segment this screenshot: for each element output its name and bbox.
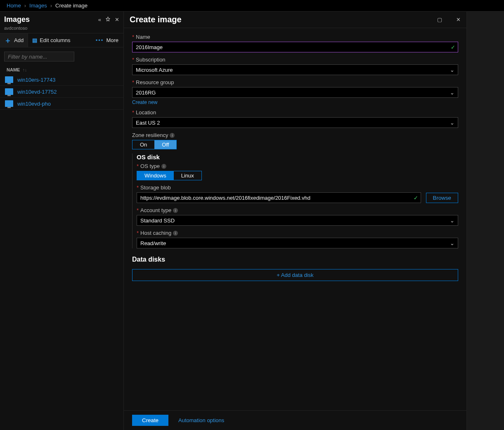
chevron-right-icon: › [24, 2, 26, 9]
more-button[interactable]: ••• More [91, 33, 123, 47]
create-image-title: Create image [130, 15, 437, 24]
create-image-blade: Create image ▢ ✕ *Name 2016Image ✓ [124, 12, 467, 430]
name-input[interactable]: 2016Image ✓ [132, 42, 458, 52]
right-gutter [467, 12, 504, 430]
pin-icon[interactable] [105, 17, 111, 23]
name-label: Name [136, 34, 150, 40]
columns-icon: ▤ [32, 37, 37, 43]
images-list: win10ers-17743 win10evd-17752 win10evd-p… [0, 74, 123, 110]
info-icon[interactable]: i [173, 231, 178, 236]
breadcrumb: Home › Images › Create image [0, 0, 504, 12]
image-icon [5, 76, 13, 83]
footer-bar: Create Automation options [124, 410, 466, 430]
maximize-icon[interactable]: ▢ [437, 17, 442, 23]
chevron-down-icon: ⌄ [450, 120, 454, 126]
data-disks-heading: Data disks [132, 256, 458, 263]
more-label: More [106, 37, 118, 43]
os-windows-option[interactable]: Windows [137, 171, 174, 180]
sort-icon: ↑↓ [22, 67, 27, 72]
browse-button[interactable]: Browse [426, 193, 458, 203]
chevron-down-icon: ⌄ [450, 67, 454, 73]
chevron-right-icon: › [50, 2, 52, 9]
account-type-label: Account type [140, 207, 171, 213]
subscription-dropdown[interactable]: Microsoft Azure ⌄ [132, 64, 458, 75]
host-caching-dropdown[interactable]: Read/write ⌄ [137, 238, 458, 248]
info-icon[interactable]: i [161, 164, 166, 169]
subscription-label: Subscription [136, 57, 166, 63]
chevron-down-icon: ⌄ [450, 217, 454, 224]
os-disk-heading: OS disk [137, 154, 458, 161]
zone-off-option[interactable]: Off [154, 140, 176, 149]
resource-group-label: Resource group [136, 79, 174, 85]
check-icon: ✓ [414, 195, 418, 201]
images-blade: Images « ✕ avdcontoso ＋ Add ▤ Edit colu [0, 12, 124, 430]
location-label: Location [136, 109, 156, 116]
filter-input[interactable] [4, 52, 74, 61]
resource-group-dropdown[interactable]: 2016RG ⌄ [132, 87, 458, 98]
account-type-dropdown[interactable]: Standard SSD ⌄ [137, 215, 458, 226]
edit-columns-button[interactable]: ▤ Edit columns [28, 33, 74, 47]
chevron-down-icon: ⌄ [450, 240, 454, 246]
os-type-label: OS type [140, 163, 160, 169]
plus-icon: ＋ [4, 35, 12, 45]
create-new-link[interactable]: Create new [132, 99, 157, 105]
image-icon [5, 88, 13, 95]
location-dropdown[interactable]: East US 2 ⌄ [132, 117, 458, 128]
ellipsis-icon: ••• [96, 37, 104, 43]
edit-columns-label: Edit columns [40, 37, 70, 43]
chevron-down-icon: ⌄ [450, 90, 454, 96]
close-icon[interactable]: ✕ [456, 17, 461, 23]
host-caching-label: Host caching [140, 230, 171, 236]
storage-blob-input[interactable]: https://evdimage.blob.core.windows.net/2… [137, 192, 421, 203]
list-item[interactable]: win10evd-pho [0, 98, 123, 110]
column-header-name[interactable]: NAME ↑↓ [0, 66, 123, 74]
breadcrumb-current: Create image [55, 2, 88, 9]
collapse-icon[interactable]: « [98, 17, 101, 23]
create-button[interactable]: Create [132, 415, 168, 426]
automation-options-link[interactable]: Automation options [178, 417, 224, 423]
list-item-label: win10evd-17752 [17, 89, 57, 95]
close-icon[interactable]: ✕ [115, 17, 119, 23]
image-icon [5, 100, 13, 107]
breadcrumb-images[interactable]: Images [29, 2, 47, 9]
storage-blob-label: Storage blob [140, 184, 171, 191]
zone-resiliency-toggle[interactable]: On Off [132, 140, 177, 149]
os-type-toggle[interactable]: Windows Linux [137, 171, 202, 180]
check-icon: ✓ [451, 44, 455, 50]
os-linux-option[interactable]: Linux [174, 171, 201, 180]
zone-resiliency-label: Zone resiliency [132, 132, 168, 138]
info-icon[interactable]: i [173, 208, 178, 213]
list-item-label: win10evd-pho [17, 101, 51, 107]
images-toolbar: ＋ Add ▤ Edit columns ••• More [0, 33, 123, 47]
images-blade-subtitle: avdcontoso [0, 26, 123, 33]
list-item[interactable]: win10ers-17743 [0, 74, 123, 86]
list-item-label: win10ers-17743 [17, 77, 56, 83]
info-icon[interactable]: i [170, 133, 175, 138]
add-data-disk-button[interactable]: + Add data disk [132, 269, 458, 281]
list-item[interactable]: win10evd-17752 [0, 86, 123, 98]
images-blade-title: Images [4, 15, 98, 24]
breadcrumb-home[interactable]: Home [7, 2, 21, 9]
add-button-label: Add [14, 37, 24, 43]
zone-on-option[interactable]: On [133, 140, 154, 149]
add-button[interactable]: ＋ Add [0, 33, 28, 47]
